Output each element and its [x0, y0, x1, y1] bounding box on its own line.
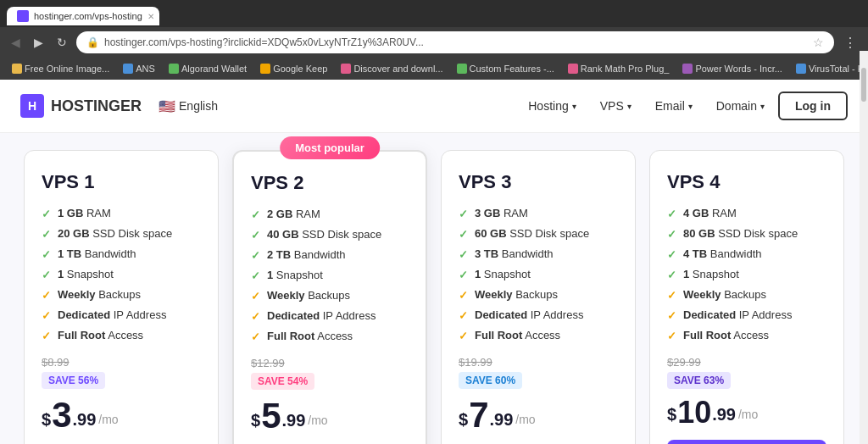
nav-links: Hosting ▾ VPS ▾ Email ▾ Domain ▾ Log in [518, 92, 848, 120]
price-cents: .99 [489, 406, 513, 433]
nav-domain[interactable]: Domain ▾ [706, 92, 775, 119]
feature-ram: ✓3 GB RAM [459, 207, 618, 220]
feature-list-vps2: ✓2 GB RAM ✓40 GB SSD Disk space ✓2 TB Ba… [251, 208, 409, 343]
page-content: H HOSTINGER 🇺🇸 English Hosting ▾ VPS ▾ E… [0, 80, 868, 444]
price-amount: 7 [469, 397, 488, 433]
refresh-button[interactable]: ↻ [53, 34, 71, 51]
price-period: /mo [308, 408, 327, 434]
language-label: English [179, 99, 218, 113]
check-icon: ✓ [42, 228, 51, 241]
address-bar[interactable]: 🔒 hostinger.com/vps-hosting?irclickid=XD… [76, 31, 834, 53]
check-icon: ✓ [667, 248, 676, 261]
popular-badge: Most popular [280, 136, 380, 159]
check-icon: ✓ [667, 330, 676, 342]
bookmark-custom-features[interactable]: Custom Features -... [452, 62, 559, 75]
nav-email[interactable]: Email ▾ [645, 92, 703, 119]
vps-label: VPS [600, 99, 624, 113]
tab-favicon [17, 10, 29, 22]
feature-disk: ✓80 GB SSD Disk space [667, 227, 826, 241]
lock-icon: 🔒 [86, 36, 99, 48]
feature-bandwidth: ✓4 TB Bandwidth [667, 247, 826, 261]
bookmark-discover[interactable]: Discover and downl... [336, 62, 448, 75]
browser-navbar: ◀ ▶ ↻ 🔒 hostinger.com/vps-hosting?irclic… [0, 27, 868, 58]
feature-snapshot: ✓1 Snapshot [459, 268, 618, 281]
feature-text: 60 GB SSD Disk space [475, 227, 589, 240]
feature-text: 2 TB Bandwidth [267, 248, 346, 261]
bookmark-powerwords[interactable]: Power Words - Incr... [677, 62, 787, 75]
check-icon: ✓ [42, 289, 51, 302]
price-row-vps4: $ 10 .99 /mo [667, 397, 826, 428]
feature-text: 1 Snapshot [267, 269, 323, 281]
active-tab[interactable]: hostinger.com/vps-hosting ✕ [7, 7, 159, 25]
scrollbar[interactable] [860, 51, 868, 444]
bookmark-icon [260, 64, 270, 74]
email-label: Email [655, 99, 685, 113]
price-dollar: $ [42, 406, 51, 433]
check-icon: ✓ [251, 249, 260, 262]
nav-vps[interactable]: VPS ▾ [590, 92, 642, 119]
feature-snapshot: ✓1 Snapshot [667, 268, 826, 281]
login-button[interactable]: Log in [778, 92, 848, 120]
plan-title-vps4: VPS 4 [667, 171, 826, 193]
check-icon: ✓ [251, 269, 260, 282]
check-icon: ✓ [42, 208, 51, 220]
add-to-cart-vps4[interactable]: Add to cart [667, 440, 826, 444]
check-icon: ✓ [42, 269, 51, 281]
feature-text: 1 Snapshot [58, 268, 114, 280]
check-icon: ✓ [459, 309, 468, 322]
site-navbar: H HOSTINGER 🇺🇸 English Hosting ▾ VPS ▾ E… [0, 80, 868, 133]
bookmark-icon [457, 64, 467, 74]
feature-ram: ✓2 GB RAM [251, 208, 409, 221]
feature-text: Weekly Backups [267, 289, 350, 302]
feature-bandwidth: ✓3 TB Bandwidth [459, 247, 618, 261]
check-icon: ✓ [667, 289, 676, 302]
chevron-down-icon: ▾ [688, 102, 693, 111]
price-dollar: $ [667, 401, 676, 428]
star-icon[interactable]: ☆ [813, 36, 824, 49]
feature-text: Full Root Access [267, 330, 353, 342]
feature-ip: ✓Dedicated IP Address [667, 308, 826, 322]
feature-list-vps3: ✓3 GB RAM ✓60 GB SSD Disk space ✓3 TB Ba… [459, 207, 618, 342]
feature-backups: ✓Weekly Backups [251, 289, 409, 302]
feature-backups: ✓Weekly Backups [667, 288, 826, 302]
check-icon: ✓ [251, 330, 260, 343]
bookmark-free-images[interactable]: Free Online Image... [7, 62, 114, 75]
feature-root: ✓Full Root Access [667, 329, 826, 342]
save-badge-vps1: SAVE 56% [42, 372, 105, 389]
feature-text: Weekly Backups [58, 288, 141, 301]
feature-snapshot: ✓1 Snapshot [251, 269, 409, 282]
feature-text: 1 GB RAM [58, 207, 111, 219]
check-icon: ✓ [459, 269, 468, 281]
language-selector[interactable]: 🇺🇸 English [159, 98, 218, 114]
check-icon: ✓ [667, 228, 676, 241]
plan-vps3: VPS 3 ✓3 GB RAM ✓60 GB SSD Disk space ✓3… [441, 150, 636, 444]
check-icon: ✓ [459, 330, 468, 342]
price-period: /mo [98, 407, 118, 433]
feature-text: 1 Snapshot [475, 268, 531, 280]
feature-text: 4 GB RAM [683, 207, 737, 219]
extensions-button[interactable]: ⋮ [839, 33, 861, 53]
site-logo[interactable]: H HOSTINGER [20, 94, 142, 118]
bookmark-algorand[interactable]: Algorand Wallet [164, 62, 252, 75]
chevron-down-icon: ▾ [627, 102, 632, 111]
plan-vps2: Most popular VPS 2 ✓2 GB RAM ✓40 GB SSD … [232, 150, 427, 444]
bookmark-keep[interactable]: Google Keep [255, 62, 332, 75]
feature-text: 40 GB SSD Disk space [267, 228, 381, 241]
check-icon: ✓ [251, 310, 260, 323]
feature-text: Weekly Backups [683, 288, 766, 301]
feature-text: 3 GB RAM [475, 207, 528, 219]
price-row-vps3: $ 7 .99 /mo [459, 397, 618, 433]
forward-button[interactable]: ▶ [30, 34, 47, 51]
scrollbar-thumb[interactable] [861, 68, 866, 102]
logo-text: HOSTINGER [51, 97, 142, 115]
bookmark-virustotal[interactable]: VirusTotal - Home [791, 62, 868, 75]
tab-close-icon[interactable]: ✕ [147, 12, 154, 21]
bookmark-ans[interactable]: ANS [118, 62, 160, 75]
nav-hosting[interactable]: Hosting ▾ [518, 92, 586, 119]
check-icon: ✓ [251, 208, 260, 221]
bookmark-rankmath[interactable]: Rank Math Pro Plug_ [563, 62, 675, 75]
back-button[interactable]: ◀ [7, 34, 25, 51]
plan-title-vps2: VPS 2 [251, 172, 409, 194]
feature-ip: ✓Dedicated IP Address [251, 309, 409, 323]
feature-ip: ✓Dedicated IP Address [459, 308, 618, 322]
